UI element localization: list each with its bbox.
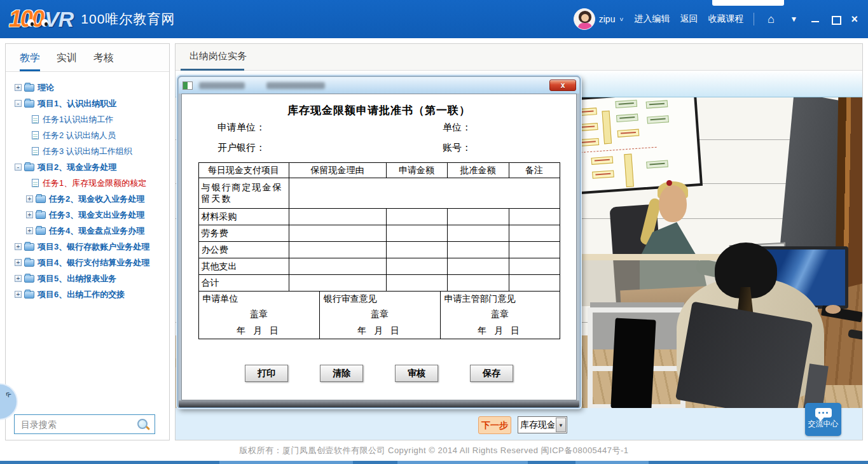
topic-select[interactable]: 库存现金限额	[518, 416, 567, 433]
input-cell[interactable]	[447, 242, 509, 258]
input-cell[interactable]	[509, 209, 560, 225]
input-cell[interactable]	[289, 275, 386, 292]
favorite-course-link[interactable]: 收藏课程	[708, 13, 743, 25]
folder-icon	[24, 84, 34, 92]
collapse-icon[interactable]	[15, 100, 22, 107]
dialog-bottom-frame	[179, 400, 579, 407]
expand-icon[interactable]	[26, 195, 33, 202]
flowchart-box	[646, 160, 668, 169]
select-dropdown-icon[interactable]	[556, 418, 566, 432]
home-icon[interactable]: ⌂	[764, 13, 777, 25]
input-cell[interactable]	[447, 275, 509, 292]
input-cell[interactable]	[386, 225, 447, 242]
expand-icon[interactable]	[15, 84, 22, 91]
tree-item-task-selected[interactable]: 任务1、库存现金限额的核定	[26, 175, 165, 191]
form-title: 库存现金限额申请批准书（第一联）	[197, 103, 561, 118]
dropdown-triangle-icon[interactable]: ▼	[787, 13, 800, 25]
tree-item-task3-folder[interactable]: 任务3、现金支出业务处理	[26, 207, 165, 223]
expand-icon[interactable]	[15, 275, 22, 282]
tab-assessment[interactable]: 考核	[93, 52, 114, 71]
input-cell[interactable]	[289, 258, 386, 275]
save-button[interactable]: 保存	[470, 365, 513, 382]
flowchart-divider	[581, 147, 657, 153]
search-input[interactable]	[15, 419, 136, 430]
input-cell[interactable]	[289, 209, 386, 225]
flowchart-box	[591, 157, 614, 165]
input-cell[interactable]	[289, 178, 560, 209]
input-cell[interactable]	[447, 258, 509, 275]
expand-icon[interactable]	[15, 291, 22, 298]
tree-item-task4-folder[interactable]: 任务4、现金盘点业务办理	[26, 223, 165, 239]
tree-item-project5[interactable]: 项目5、出纳报表业务	[15, 271, 165, 286]
expand-icon[interactable]	[15, 259, 22, 266]
avatar[interactable]	[574, 8, 595, 30]
row-label: 与银行商定现金保留天数	[198, 178, 289, 209]
signature-table: 申请单位 盖章 年 月 日 银行审查意见 盖章 年 月 日 申请主管部门意见 盖…	[198, 292, 560, 339]
row-label: 其他支出	[198, 258, 289, 275]
logo-100vr[interactable]: 100 VR	[9, 6, 73, 32]
browser-artifact	[712, 0, 784, 6]
tree-item-project3[interactable]: 项目3、银行存款账户业务处理	[15, 239, 165, 255]
review-button[interactable]: 审核	[395, 365, 438, 382]
restore-icon[interactable]	[830, 14, 841, 24]
form-button-row: 打印 清除 审核 保存	[197, 365, 561, 382]
sidebar-tabs: 教学 实训 考核	[6, 44, 169, 72]
tab-cashier-practice[interactable]: 出纳岗位实务	[189, 50, 247, 62]
folder-open-icon	[24, 100, 34, 108]
tree-item-theory[interactable]: 理论	[15, 80, 165, 95]
input-cell[interactable]	[509, 225, 560, 242]
sign-cell-applicant: 申请单位 盖章 年 月 日	[198, 292, 319, 339]
input-cell[interactable]	[386, 275, 447, 292]
close-window-icon[interactable]: ×	[851, 13, 858, 26]
expand-icon[interactable]	[15, 243, 22, 250]
tree-item-project2[interactable]: 项目2、现金业务处理	[15, 159, 165, 175]
user-menu[interactable]: zipu ∨	[574, 8, 624, 30]
bottom-bar-segment	[397, 461, 528, 464]
folder-icon	[24, 243, 34, 251]
chat-center-button[interactable]: 交流中心	[805, 403, 841, 436]
tree-item-project6[interactable]: 项目6、出纳工作的交接	[15, 286, 165, 302]
next-step-button[interactable]: 下一步	[478, 416, 511, 434]
flowchart-box	[617, 129, 640, 137]
tab-practice[interactable]: 实训	[57, 52, 77, 71]
chat-bubble-icon	[815, 408, 832, 418]
page-footer: 版权所有：厦门凤凰创壹软件有限公司 Copyright © 2014 All R…	[0, 440, 868, 461]
input-cell[interactable]	[289, 242, 386, 258]
input-cell[interactable]	[386, 242, 447, 258]
col-header: 备注	[509, 163, 560, 178]
enter-edit-link[interactable]: 进入编辑	[634, 13, 670, 25]
form-info-row: 申请单位： 单位：	[197, 122, 561, 138]
folder-open-icon	[24, 164, 34, 171]
input-cell[interactable]	[447, 209, 509, 225]
collapse-icon[interactable]	[15, 164, 22, 171]
clear-button[interactable]: 清除	[320, 365, 363, 382]
site-title: 100唯尔教育网	[81, 10, 175, 28]
tree-item-project4[interactable]: 项目4、银行支付结算业务处理	[15, 255, 165, 271]
input-cell[interactable]	[509, 258, 560, 275]
back-link[interactable]: 返回	[680, 13, 698, 25]
tree-item-task[interactable]: 任务1认识出纳工作	[26, 111, 165, 127]
input-cell[interactable]	[447, 225, 509, 242]
input-cell[interactable]	[509, 275, 560, 292]
tree-item-task2-folder[interactable]: 任务2、现金收入业务处理	[26, 191, 165, 207]
search-icon[interactable]	[136, 418, 150, 432]
dialog-close-button[interactable]: x	[549, 80, 576, 91]
table-row: 材料采购	[198, 209, 560, 225]
tree-item-task[interactable]: 任务2 认识出纳人员	[26, 127, 165, 143]
blurred-title-text	[199, 82, 245, 89]
app-window: 100 VR 100唯尔教育网 zipu ∨ 进入编辑 返回 收藏课程 ⌂ ▼	[0, 0, 868, 464]
tree-item-project1[interactable]: 项目1、认识出纳职业	[15, 95, 165, 111]
expand-icon[interactable]	[26, 227, 33, 234]
dialog-app-icon	[183, 81, 193, 90]
input-cell[interactable]	[289, 225, 386, 242]
print-button[interactable]: 打印	[245, 365, 288, 382]
folder-icon	[36, 227, 46, 235]
expand-icon[interactable]	[26, 211, 33, 218]
input-cell[interactable]	[509, 242, 560, 258]
tree-item-task[interactable]: 任务3 认识出纳工作组织	[26, 143, 165, 159]
input-cell[interactable]	[386, 258, 447, 275]
input-cell[interactable]	[386, 209, 447, 225]
dialog-titlebar[interactable]: x	[179, 77, 579, 94]
tab-teaching[interactable]: 教学	[20, 52, 40, 71]
minimize-icon[interactable]	[810, 14, 820, 24]
